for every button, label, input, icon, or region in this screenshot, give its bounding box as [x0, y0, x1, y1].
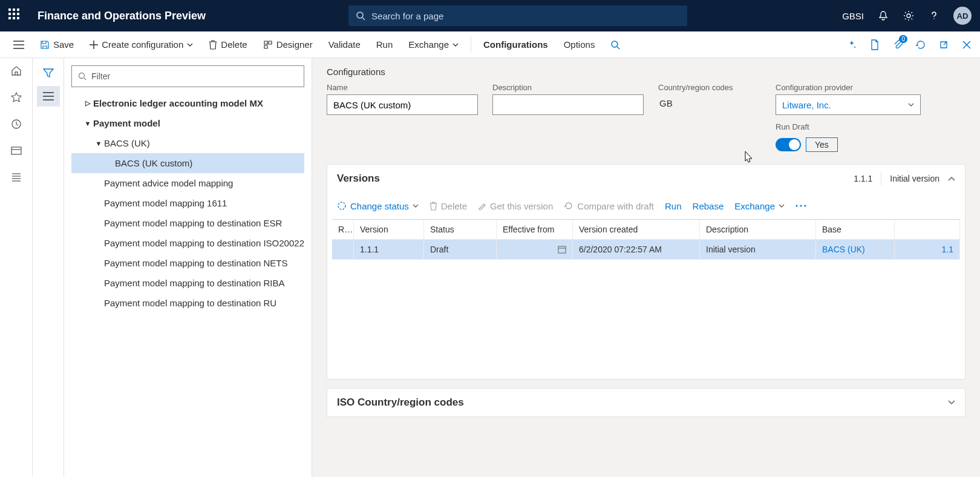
tree-item[interactable]: Payment model mapping to destination ISO…: [71, 233, 304, 253]
cell-version: 1.1.1: [354, 240, 424, 260]
tree-item[interactable]: Payment model mapping to destination NET…: [71, 253, 304, 273]
col-created[interactable]: Version created: [573, 220, 700, 240]
search-button[interactable]: [604, 36, 626, 53]
tree-item[interactable]: ▷Electronic ledger accounting model MX: [71, 93, 304, 113]
col-base[interactable]: Base: [816, 220, 895, 240]
home-icon[interactable]: [10, 64, 23, 77]
label-provider: Configuration provider: [776, 83, 921, 92]
chevron-down-icon: [908, 103, 914, 107]
recent-icon[interactable]: [10, 117, 23, 131]
tree-item-label: Payment model mapping to destination ESR: [104, 218, 282, 228]
search-placeholder: Search for a page: [371, 11, 443, 21]
tree-item[interactable]: Payment advice model mapping: [71, 173, 304, 193]
cell-base[interactable]: BACS (UK): [816, 240, 895, 260]
svg-line-1: [362, 18, 365, 20]
trash-icon: [430, 202, 437, 211]
cell-basev[interactable]: 1.1: [895, 240, 960, 260]
col-eff[interactable]: Effective from: [497, 220, 573, 240]
options-tab[interactable]: Options: [558, 36, 601, 53]
chevron-down-icon: [187, 43, 193, 47]
more-actions-button[interactable]: [795, 205, 806, 207]
tree-item[interactable]: ▼BACS (UK): [71, 133, 304, 153]
tree-filter-input[interactable]: Filter: [71, 65, 304, 87]
rebase-button[interactable]: Rebase: [693, 201, 724, 211]
name-input[interactable]: [327, 94, 478, 115]
designer-button[interactable]: Designer: [257, 36, 319, 53]
col-rmark[interactable]: R...: [332, 220, 354, 240]
version-delete-button[interactable]: Delete: [430, 201, 467, 211]
document-icon[interactable]: [869, 39, 881, 51]
tree-item[interactable]: ▼Payment model: [71, 113, 304, 133]
delete-label: Delete: [221, 39, 247, 50]
chevron-down-icon: [413, 204, 419, 208]
table-row[interactable]: 1.1.1Draft6/2/2020 07:22:57 AMInitial ve…: [332, 240, 960, 260]
tree-item-label: Payment model: [93, 118, 160, 128]
app-title: Finance and Operations Preview: [38, 10, 206, 22]
exchange-button[interactable]: Exchange: [402, 36, 465, 53]
provider-select[interactable]: Litware, Inc.: [776, 94, 921, 115]
save-label: Save: [53, 39, 74, 50]
version-run-button[interactable]: Run: [665, 201, 682, 211]
change-status-button[interactable]: Change status: [337, 201, 419, 211]
cell-status: Draft: [424, 240, 497, 260]
save-button[interactable]: Save: [34, 36, 80, 53]
tree-caret-icon: ▼: [93, 140, 104, 147]
popout-icon[interactable]: [938, 39, 950, 51]
compare-button[interactable]: Compare with draft: [564, 201, 654, 211]
col-desc[interactable]: Description: [700, 220, 816, 240]
create-configuration-button[interactable]: Create configuration: [83, 36, 199, 53]
svg-rect-13: [11, 147, 21, 154]
version-exchange-button[interactable]: Exchange: [734, 201, 785, 211]
provider-value: Litware, Inc.: [782, 100, 831, 110]
tree-item[interactable]: Payment model mapping to destination RU: [71, 293, 304, 313]
edit-icon: [478, 202, 486, 210]
description-input[interactable]: [492, 94, 644, 115]
label-description: Description: [492, 83, 644, 92]
notification-bell-icon[interactable]: [877, 10, 889, 22]
workspace-icon[interactable]: [10, 144, 23, 157]
separator: [471, 37, 471, 53]
close-icon[interactable]: [961, 39, 973, 51]
app-launcher-icon[interactable]: [8, 8, 23, 23]
tree-item-label: Payment model mapping to destination NET…: [104, 258, 288, 268]
svg-line-23: [84, 78, 86, 80]
svg-point-0: [357, 12, 363, 18]
validate-button[interactable]: Validate: [322, 36, 367, 53]
iso-title: ISO Country/region codes: [337, 396, 464, 409]
calendar-icon: [558, 245, 566, 254]
chevron-up-icon[interactable]: [948, 176, 955, 181]
col-version[interactable]: Version: [354, 220, 424, 240]
tree-item-label: Electronic ledger accounting model MX: [93, 98, 263, 108]
filter-pane-icon[interactable]: [37, 63, 60, 84]
tree-item[interactable]: Payment model mapping 1611: [71, 193, 304, 213]
configurations-tab[interactable]: Configurations: [477, 36, 554, 53]
tree-item-label: Payment model mapping to destination ISO…: [104, 238, 304, 248]
gear-icon[interactable]: [903, 10, 915, 22]
col-status[interactable]: Status: [424, 220, 497, 240]
hamburger-icon[interactable]: [7, 41, 30, 49]
search-icon: [78, 72, 87, 81]
run-button[interactable]: Run: [370, 36, 399, 53]
filter-placeholder: Filter: [91, 71, 110, 81]
tree-item[interactable]: BACS (UK custom): [71, 153, 304, 173]
company-code[interactable]: GBSI: [842, 11, 864, 21]
list-pane-icon[interactable]: [37, 86, 60, 107]
attachment-icon[interactable]: 0: [892, 39, 904, 51]
modules-icon[interactable]: [10, 171, 23, 184]
tree-item[interactable]: Payment model mapping to destination RIB…: [71, 273, 304, 293]
help-icon[interactable]: [928, 10, 940, 22]
delete-button[interactable]: Delete: [203, 36, 253, 53]
sparkle-icon[interactable]: [846, 39, 858, 51]
run-draft-toggle[interactable]: [776, 138, 801, 151]
tree-caret-icon: ▼: [82, 120, 93, 127]
star-icon[interactable]: [10, 91, 23, 104]
cell-eff[interactable]: [497, 240, 573, 260]
chevron-down-icon[interactable]: [948, 400, 955, 405]
tree-item[interactable]: Payment model mapping to destination ESR: [71, 213, 304, 233]
svg-line-9: [617, 47, 619, 49]
refresh-icon[interactable]: [915, 39, 927, 51]
global-search[interactable]: Search for a page: [348, 5, 687, 26]
trash-icon: [209, 40, 217, 50]
avatar[interactable]: AD: [953, 7, 972, 25]
get-version-button[interactable]: Get this version: [478, 201, 553, 211]
